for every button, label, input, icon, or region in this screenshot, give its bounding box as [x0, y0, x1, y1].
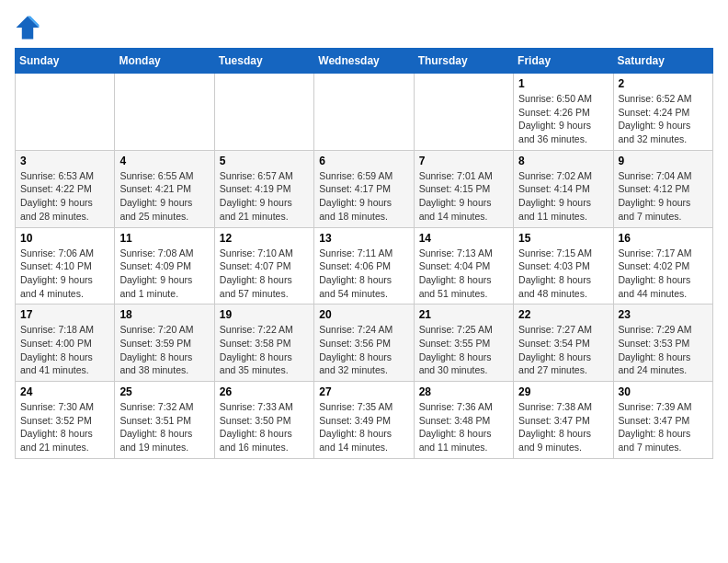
logo [15, 15, 44, 40]
day-info: Sunrise: 7:27 AM Sunset: 3:54 PM Dayligh… [518, 323, 608, 377]
day-number: 4 [119, 155, 209, 167]
day-info: Sunrise: 7:38 AM Sunset: 3:47 PM Dayligh… [518, 400, 608, 454]
calendar-cell: 29Sunrise: 7:38 AM Sunset: 3:47 PM Dayli… [514, 382, 613, 459]
day-number: 9 [619, 155, 708, 167]
day-info: Sunrise: 7:08 AM Sunset: 4:09 PM Dayligh… [119, 247, 209, 301]
day-info: Sunrise: 6:59 AM Sunset: 4:17 PM Dayligh… [319, 169, 408, 224]
day-info: Sunrise: 7:33 AM Sunset: 3:50 PM Dayligh… [220, 400, 309, 454]
logo-icon [15, 15, 40, 40]
day-info: Sunrise: 7:06 AM Sunset: 4:10 PM Dayligh… [20, 247, 109, 301]
calendar-cell: 28Sunrise: 7:36 AM Sunset: 3:48 PM Dayli… [414, 382, 513, 459]
day-number: 11 [119, 232, 209, 245]
day-info: Sunrise: 7:29 AM Sunset: 3:53 PM Dayligh… [619, 323, 708, 377]
column-header-friday: Friday [514, 49, 613, 74]
calendar-week-row: 10Sunrise: 7:06 AM Sunset: 4:10 PM Dayli… [16, 227, 713, 304]
day-number: 7 [419, 155, 508, 167]
calendar-cell: 26Sunrise: 7:33 AM Sunset: 3:50 PM Dayli… [214, 382, 313, 459]
day-info: Sunrise: 7:22 AM Sunset: 3:58 PM Dayligh… [220, 323, 309, 377]
calendar-cell: 18Sunrise: 7:20 AM Sunset: 3:59 PM Dayli… [115, 304, 214, 382]
calendar-cell: 27Sunrise: 7:35 AM Sunset: 3:49 PM Dayli… [314, 382, 414, 459]
day-number: 1 [518, 77, 608, 90]
day-number: 3 [20, 155, 109, 167]
day-number: 22 [518, 308, 608, 321]
day-number: 28 [419, 385, 508, 398]
calendar-cell: 7Sunrise: 7:01 AM Sunset: 4:15 PM Daylig… [414, 150, 513, 227]
day-number: 8 [518, 155, 608, 167]
calendar-cell [414, 74, 513, 151]
column-header-monday: Monday [115, 49, 214, 74]
day-number: 19 [220, 308, 309, 321]
calendar-cell: 13Sunrise: 7:11 AM Sunset: 4:06 PM Dayli… [314, 227, 414, 304]
day-number: 25 [119, 385, 209, 398]
column-header-wednesday: Wednesday [314, 49, 414, 74]
calendar-cell: 9Sunrise: 7:04 AM Sunset: 4:12 PM Daylig… [613, 150, 712, 227]
calendar-cell: 23Sunrise: 7:29 AM Sunset: 3:53 PM Dayli… [613, 304, 712, 382]
column-header-saturday: Saturday [613, 49, 712, 74]
calendar-cell: 19Sunrise: 7:22 AM Sunset: 3:58 PM Dayli… [214, 304, 313, 382]
day-info: Sunrise: 7:35 AM Sunset: 3:49 PM Dayligh… [319, 400, 408, 454]
calendar-week-row: 24Sunrise: 7:30 AM Sunset: 3:52 PM Dayli… [16, 382, 713, 459]
day-info: Sunrise: 6:50 AM Sunset: 4:26 PM Dayligh… [518, 92, 608, 146]
day-info: Sunrise: 6:57 AM Sunset: 4:19 PM Dayligh… [220, 169, 309, 224]
day-number: 26 [220, 385, 309, 398]
day-info: Sunrise: 7:17 AM Sunset: 4:02 PM Dayligh… [619, 247, 708, 301]
day-number: 29 [518, 385, 608, 398]
day-info: Sunrise: 7:15 AM Sunset: 4:03 PM Dayligh… [518, 247, 608, 301]
calendar-header-row: SundayMondayTuesdayWednesdayThursdayFrid… [16, 49, 713, 74]
calendar-cell: 24Sunrise: 7:30 AM Sunset: 3:52 PM Dayli… [16, 382, 115, 459]
calendar-cell: 3Sunrise: 6:53 AM Sunset: 4:22 PM Daylig… [16, 150, 115, 227]
column-header-thursday: Thursday [414, 49, 513, 74]
day-info: Sunrise: 7:10 AM Sunset: 4:07 PM Dayligh… [220, 247, 309, 301]
day-info: Sunrise: 7:30 AM Sunset: 3:52 PM Dayligh… [20, 400, 109, 454]
day-info: Sunrise: 7:39 AM Sunset: 3:47 PM Dayligh… [619, 400, 708, 454]
day-info: Sunrise: 7:04 AM Sunset: 4:12 PM Dayligh… [619, 169, 708, 224]
day-number: 16 [619, 232, 708, 245]
day-number: 2 [619, 77, 708, 90]
calendar-cell: 2Sunrise: 6:52 AM Sunset: 4:24 PM Daylig… [613, 74, 712, 151]
day-info: Sunrise: 7:11 AM Sunset: 4:06 PM Dayligh… [319, 247, 408, 301]
calendar-week-row: 17Sunrise: 7:18 AM Sunset: 4:00 PM Dayli… [16, 304, 713, 382]
day-number: 30 [619, 385, 708, 398]
day-number: 15 [518, 232, 608, 245]
day-number: 21 [419, 308, 508, 321]
day-info: Sunrise: 7:13 AM Sunset: 4:04 PM Dayligh… [419, 247, 508, 301]
day-number: 27 [319, 385, 408, 398]
calendar-cell: 1Sunrise: 6:50 AM Sunset: 4:26 PM Daylig… [514, 74, 613, 151]
calendar-cell: 30Sunrise: 7:39 AM Sunset: 3:47 PM Dayli… [613, 382, 712, 459]
day-number: 5 [220, 155, 309, 167]
day-number: 6 [319, 155, 408, 167]
calendar-cell: 10Sunrise: 7:06 AM Sunset: 4:10 PM Dayli… [16, 227, 115, 304]
page-header [15, 15, 713, 40]
calendar-cell: 12Sunrise: 7:10 AM Sunset: 4:07 PM Dayli… [214, 227, 313, 304]
column-header-tuesday: Tuesday [214, 49, 313, 74]
day-number: 13 [319, 232, 408, 245]
svg-marker-0 [17, 17, 40, 40]
day-number: 23 [619, 308, 708, 321]
day-number: 18 [119, 308, 209, 321]
day-number: 10 [20, 232, 109, 245]
calendar-cell: 4Sunrise: 6:55 AM Sunset: 4:21 PM Daylig… [115, 150, 214, 227]
day-number: 24 [20, 385, 109, 398]
calendar-cell: 20Sunrise: 7:24 AM Sunset: 3:56 PM Dayli… [314, 304, 414, 382]
day-info: Sunrise: 7:36 AM Sunset: 3:48 PM Dayligh… [419, 400, 508, 454]
calendar-table: SundayMondayTuesdayWednesdayThursdayFrid… [15, 48, 713, 459]
calendar-week-row: 1Sunrise: 6:50 AM Sunset: 4:26 PM Daylig… [16, 74, 713, 151]
calendar-cell: 16Sunrise: 7:17 AM Sunset: 4:02 PM Dayli… [613, 227, 712, 304]
day-number: 14 [419, 232, 508, 245]
day-number: 20 [319, 308, 408, 321]
calendar-cell: 11Sunrise: 7:08 AM Sunset: 4:09 PM Dayli… [115, 227, 214, 304]
day-info: Sunrise: 7:18 AM Sunset: 4:00 PM Dayligh… [20, 323, 109, 377]
day-info: Sunrise: 6:55 AM Sunset: 4:21 PM Dayligh… [119, 169, 209, 224]
calendar-cell [115, 74, 214, 151]
calendar-cell [16, 74, 115, 151]
day-info: Sunrise: 7:20 AM Sunset: 3:59 PM Dayligh… [119, 323, 209, 377]
calendar-cell [314, 74, 414, 151]
day-info: Sunrise: 6:53 AM Sunset: 4:22 PM Dayligh… [20, 169, 109, 224]
calendar-cell: 17Sunrise: 7:18 AM Sunset: 4:00 PM Dayli… [16, 304, 115, 382]
calendar-week-row: 3Sunrise: 6:53 AM Sunset: 4:22 PM Daylig… [16, 150, 713, 227]
day-info: Sunrise: 7:25 AM Sunset: 3:55 PM Dayligh… [419, 323, 508, 377]
day-number: 12 [220, 232, 309, 245]
calendar-cell: 14Sunrise: 7:13 AM Sunset: 4:04 PM Dayli… [414, 227, 513, 304]
calendar-cell [214, 74, 313, 151]
day-info: Sunrise: 7:32 AM Sunset: 3:51 PM Dayligh… [119, 400, 209, 454]
